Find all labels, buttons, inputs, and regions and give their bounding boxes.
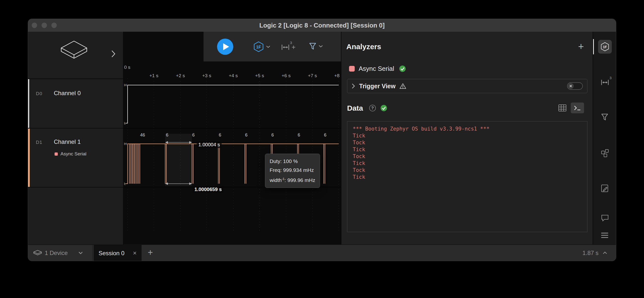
timeline-tick: +6 s xyxy=(278,73,295,78)
trigger-view-row[interactable]: Trigger View xyxy=(347,79,588,93)
bottom-bar: 1 Device Session 0 × + 1.87 s xyxy=(28,244,616,261)
chevron-down-icon[interactable] xyxy=(78,252,83,254)
close-session-tab-button[interactable]: × xyxy=(133,249,137,257)
svg-text:1F: 1F xyxy=(603,45,607,49)
channel1-accent-bar xyxy=(28,128,30,187)
analyzer-name[interactable]: Async Serial xyxy=(358,65,394,72)
edge-count: 6 xyxy=(187,132,200,138)
warning-icon xyxy=(400,83,406,89)
add-analyzer-button[interactable]: + xyxy=(578,42,584,52)
window-minimize-button[interactable] xyxy=(42,22,47,28)
channel0-name: Channel 0 xyxy=(54,90,80,97)
measurement-top-label: 1.00004 s xyxy=(197,142,222,148)
measure-icon xyxy=(601,78,609,86)
close-icon xyxy=(569,84,572,88)
terminal-line: Tock xyxy=(353,153,582,160)
right-sidebar-rail: 1F 3 xyxy=(593,32,616,244)
play-button[interactable] xyxy=(217,38,233,55)
terminal-view-button[interactable] xyxy=(571,102,584,113)
trigger-view-toggle[interactable] xyxy=(567,82,583,90)
device-hexagon-icon: 1F xyxy=(600,42,609,52)
edge-count: 6 xyxy=(214,132,226,138)
timeline-tick: +1 s xyxy=(145,73,162,78)
timeline-tick: +4 s xyxy=(225,73,242,78)
tooltip-width: width-1: 999.96 mHz xyxy=(270,174,315,185)
analyzer-color-dot xyxy=(54,152,58,156)
device-icon xyxy=(59,40,89,60)
titlebar[interactable]: Logic 2 [Logic 8 - Connected] [Session 0… xyxy=(28,19,616,32)
analyzers-title: Analyzers xyxy=(346,42,381,51)
play-icon xyxy=(223,43,229,50)
session-tab-label: Session 0 xyxy=(98,250,124,257)
measurement-bottom-label: 1.0000659 s xyxy=(193,186,224,193)
rail-devices-tab[interactable]: 1F xyxy=(598,40,612,54)
rail-extensions-tab[interactable] xyxy=(601,149,609,158)
chevron-up-icon[interactable] xyxy=(603,251,607,254)
terminal-line: Tick xyxy=(353,146,582,153)
channel0-low-label: L xyxy=(124,121,126,125)
rail-trigger-tab[interactable] xyxy=(601,113,608,122)
channel-row-d0[interactable]: D0 Channel 0 xyxy=(28,79,123,128)
terminal-icon xyxy=(574,105,581,111)
active-tab-indicator xyxy=(593,39,594,54)
window-zoom-button[interactable] xyxy=(51,22,57,28)
edge-count: 6 xyxy=(293,132,305,138)
help-icon[interactable]: ? xyxy=(369,105,376,112)
toggle-knob[interactable] xyxy=(568,83,574,89)
measure-icon xyxy=(281,42,290,51)
edge-count: 6 xyxy=(266,132,279,138)
session-tab[interactable]: Session 0 × xyxy=(94,245,142,261)
desktop: Logic 2 [Logic 8 - Connected] [Session 0… xyxy=(0,0,644,298)
channel1-name: Channel 1 xyxy=(54,138,80,145)
chevron-down-icon xyxy=(318,45,323,48)
data-terminal-output[interactable]: *** Booting Zephyr OS build v3.3.99-ncs1… xyxy=(347,121,588,232)
edge-count: 46 xyxy=(136,132,149,138)
terminal-line: Tock xyxy=(353,139,582,146)
device-hexagon-icon: 1F xyxy=(253,41,264,52)
trigger-button[interactable] xyxy=(309,42,323,50)
trigger-funnel-icon xyxy=(309,42,316,50)
data-success-check-icon xyxy=(380,105,387,112)
measurements-button[interactable]: 3 + xyxy=(281,42,296,52)
new-session-button[interactable]: + xyxy=(148,247,153,258)
tooltip-duty: Duty: 100 % xyxy=(270,157,315,166)
analyzer-success-check-icon xyxy=(399,66,406,72)
channel-row-d1[interactable]: D1 Channel 1 Async Serial xyxy=(28,128,123,187)
add-measurement-button[interactable]: + xyxy=(292,43,296,51)
edge-count: 6 xyxy=(240,132,252,138)
rail-feedback-tab[interactable] xyxy=(601,214,609,222)
timeline-tick: +3 s xyxy=(198,73,215,78)
device-count-button[interactable] xyxy=(33,250,42,258)
terminal-line: Tick xyxy=(353,160,582,167)
channel1-analyzer-tag: Async Serial xyxy=(60,151,86,156)
device-slab-icon xyxy=(33,250,42,257)
terminal-line: Tick xyxy=(353,174,582,180)
chevron-down-icon xyxy=(266,46,270,48)
data-section-title: Data xyxy=(347,104,363,112)
timeline-tick-0: 0 s xyxy=(124,65,130,70)
measurements-count-badge: 3 xyxy=(610,76,612,80)
table-view-icon[interactable] xyxy=(558,104,566,112)
trigger-view-label: Trigger View xyxy=(359,82,396,90)
rail-annotations-tab[interactable] xyxy=(601,184,609,194)
chat-bubble-icon xyxy=(601,214,609,222)
svg-text:1F: 1F xyxy=(256,45,261,50)
window-close-button[interactable] xyxy=(32,22,37,28)
rail-measurements-tab[interactable]: 3 xyxy=(601,78,609,87)
terminal-line: *** Booting Zephyr OS build v3.3.99-ncs1… xyxy=(353,126,582,132)
notes-pencil-icon xyxy=(601,184,609,192)
device-panel-header[interactable] xyxy=(28,32,123,78)
channel1-low-label: L xyxy=(124,182,126,186)
window-title: Logic 2 [Logic 8 - Connected] [Session 0… xyxy=(28,19,616,32)
device-count-label[interactable]: 1 Device xyxy=(45,250,68,256)
timeline-tick: +2 s xyxy=(172,73,189,78)
channel1-id: D1 xyxy=(36,140,42,145)
device-selector[interactable]: 1F xyxy=(253,41,270,52)
chevron-right-icon[interactable] xyxy=(112,50,116,57)
hamburger-menu-icon xyxy=(601,232,608,238)
chevron-right-icon xyxy=(352,83,355,89)
waveform-canvas[interactable] xyxy=(123,32,341,244)
rail-menu-button[interactable] xyxy=(601,232,608,240)
extensions-icon xyxy=(601,149,609,157)
channel0-high-label: H xyxy=(124,83,126,87)
